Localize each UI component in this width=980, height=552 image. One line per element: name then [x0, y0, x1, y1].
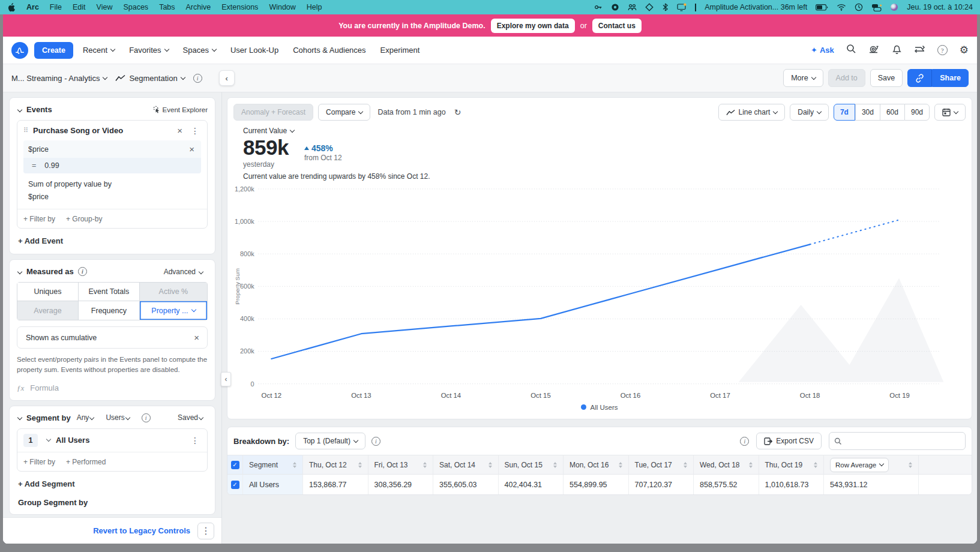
range-7d[interactable]: 7d [834, 104, 855, 121]
col-row-average[interactable]: Row Average [824, 455, 919, 475]
nav-experiment[interactable]: Experiment [380, 46, 420, 55]
add-event-button[interactable]: + Add Event [18, 236, 206, 245]
segment-more-icon[interactable]: ⋮ [189, 436, 201, 445]
apple-icon[interactable] [7, 3, 16, 12]
amplitude-logo[interactable] [11, 42, 28, 59]
info-icon[interactable]: i [740, 437, 749, 446]
formula-button[interactable]: ƒx Formula [17, 383, 208, 393]
col-oct16[interactable]: Mon, Oct 16 [564, 455, 629, 475]
sort-icon[interactable] [358, 462, 362, 468]
option-active-pct[interactable]: Active % [140, 283, 207, 301]
export-csv-button[interactable]: Export CSV [756, 433, 822, 449]
col-oct15[interactable]: Sun, Oct 15 [499, 455, 564, 475]
compare-button[interactable]: Compare [318, 104, 370, 121]
info-icon[interactable]: i [371, 437, 380, 446]
collapse-measured-chevron[interactable] [17, 269, 22, 274]
segment-number-badge[interactable]: 1 [23, 434, 38, 447]
menu-window[interactable]: Window [269, 3, 295, 11]
create-button[interactable]: Create [34, 42, 73, 59]
ask-button[interactable]: ✦Ask [811, 46, 834, 55]
menubar-clock[interactable]: Jeu. 19 oct. à 10:24 [907, 3, 973, 11]
explore-data-button[interactable]: Explore my own data [491, 19, 575, 33]
footer-more-button[interactable]: ⋮ [197, 523, 214, 539]
gear-icon[interactable]: ⚙ [960, 44, 969, 56]
menu-extensions[interactable]: Extensions [221, 3, 258, 11]
group-by-button[interactable]: + Group-by [66, 215, 102, 223]
people-icon[interactable] [628, 3, 637, 11]
legend-label[interactable]: All Users [590, 404, 618, 411]
panel-collapse-button[interactable]: ‹ [221, 372, 231, 386]
activation-timer[interactable]: Amplitude Activation... 36m left [705, 3, 807, 11]
performed-button[interactable]: + Performed [66, 458, 106, 466]
add-segment-button[interactable]: + Add Segment [18, 479, 206, 488]
display-icon[interactable] [677, 3, 687, 11]
nav-spaces[interactable]: Spaces [183, 46, 216, 55]
more-button[interactable]: More [783, 69, 823, 87]
user-switch-icon[interactable] [871, 4, 882, 11]
col-oct19[interactable]: Thu, Oct 19 [759, 455, 825, 475]
add-to-button[interactable]: Add to [828, 69, 865, 87]
breakdown-dropdown[interactable]: Top 1 (Default) [295, 433, 365, 449]
nav-user-lookup[interactable]: User Look-Up [230, 46, 278, 55]
chevron-down-icon[interactable] [46, 437, 51, 442]
col-oct18[interactable]: Wed, Oct 18 [694, 455, 759, 475]
event-name[interactable]: Purchase Song or Video [33, 126, 170, 135]
info-icon[interactable]: i [142, 413, 151, 422]
remove-property-icon[interactable]: × [187, 144, 196, 154]
row-average-dropdown[interactable]: Row Average [830, 458, 889, 472]
logo-dot-icon[interactable] [611, 3, 619, 11]
advanced-dropdown[interactable]: Advanced [164, 268, 208, 276]
nav-cohorts-audiences[interactable]: Cohorts & Audiences [293, 46, 365, 55]
table-search-input[interactable] [846, 437, 960, 445]
metric-dropdown[interactable]: Current Value [243, 127, 966, 135]
bell-icon[interactable] [892, 44, 902, 57]
menu-arc[interactable]: Arc [26, 3, 39, 11]
route-icon[interactable] [914, 44, 925, 56]
sort-icon[interactable] [909, 462, 912, 468]
filter-by-button[interactable]: + Filter by [23, 215, 55, 223]
option-frequency[interactable]: Frequency [79, 301, 140, 320]
col-oct12[interactable]: Thu, Oct 12 [303, 455, 368, 475]
col-oct14[interactable]: Sat, Oct 14 [433, 455, 499, 475]
segment-filter-by-button[interactable]: + Filter by [23, 458, 55, 466]
cell-segment[interactable]: All Users [243, 475, 303, 494]
wifi-icon[interactable] [837, 4, 846, 11]
sort-icon[interactable] [619, 462, 622, 468]
diamond-icon[interactable] [645, 3, 654, 11]
siri-icon[interactable] [890, 3, 898, 11]
project-dropdown[interactable]: M... Streaming - Analytics [11, 74, 107, 83]
copy-link-button[interactable] [907, 69, 932, 87]
revert-legacy-link[interactable]: Revert to Legacy Controls [93, 526, 190, 535]
option-event-totals[interactable]: Event Totals [79, 283, 140, 301]
battery-icon[interactable] [816, 4, 828, 11]
sort-icon[interactable] [293, 462, 296, 468]
drag-handle-icon[interactable]: ⠿ [23, 127, 28, 134]
sidebar-collapse-button[interactable]: ‹ [219, 70, 235, 86]
key-icon[interactable] [594, 3, 603, 11]
menu-edit[interactable]: Edit [73, 3, 86, 11]
menu-archive[interactable]: Archive [186, 3, 211, 11]
calendar-dropdown[interactable] [934, 104, 966, 121]
sort-icon[interactable] [814, 462, 817, 468]
collapse-events-chevron[interactable] [17, 107, 22, 112]
property-filter-row[interactable]: = 0.99 [23, 158, 201, 173]
event-explorer-button[interactable]: Event Explorer [152, 106, 208, 113]
sidebar-scroll-area[interactable]: Events Event Explorer ⠿ Purchase Song or… [3, 92, 221, 517]
nav-recent[interactable]: Recent [83, 46, 115, 55]
nav-favorites[interactable]: Favorites [129, 46, 168, 55]
chart-type-dropdown[interactable]: Segmentation [115, 74, 184, 83]
range-30d[interactable]: 30d [855, 104, 880, 121]
option-average[interactable]: Average [17, 301, 79, 320]
remove-cumulative-icon[interactable]: × [192, 332, 201, 343]
sort-icon[interactable] [553, 462, 557, 468]
event-more-icon[interactable]: ⋮ [189, 126, 201, 136]
remove-event-icon[interactable]: × [175, 125, 184, 136]
menu-view[interactable]: View [97, 3, 113, 11]
info-icon[interactable]: i [78, 267, 87, 276]
menu-tabs[interactable]: Tabs [159, 3, 175, 11]
table-search-box[interactable] [829, 432, 966, 450]
clock-icon[interactable] [855, 3, 863, 11]
range-90d[interactable]: 90d [904, 104, 930, 121]
menu-file[interactable]: File [50, 3, 62, 11]
snail-icon[interactable] [868, 44, 880, 56]
